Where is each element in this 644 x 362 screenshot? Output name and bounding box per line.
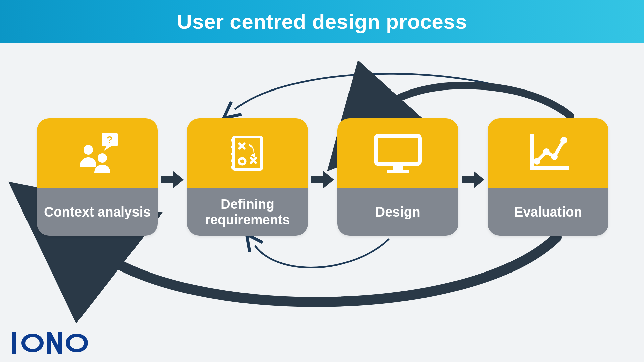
svg-point-12 — [560, 137, 567, 144]
svg-point-10 — [543, 148, 550, 155]
step-context-analysis: ? Context analysis — [37, 118, 158, 236]
forward-arrow-2 — [311, 171, 334, 188]
svg-rect-8 — [387, 170, 409, 173]
people-question-icon: ? — [75, 133, 119, 173]
arrow-design-to-requirements — [255, 239, 389, 267]
step-label: Context analysis — [44, 204, 151, 220]
svg-rect-6 — [376, 136, 420, 164]
forward-arrow-3 — [462, 171, 484, 188]
svg-point-9 — [534, 158, 540, 165]
svg-text:?: ? — [107, 134, 113, 145]
arrow-eval-to-requirements — [235, 74, 570, 113]
svg-point-3 — [98, 153, 107, 163]
page-title: User centred design process — [177, 10, 467, 34]
step-label-area: Defining requirements — [187, 188, 308, 236]
svg-rect-13 — [12, 332, 16, 354]
step-label-area: Evaluation — [488, 188, 608, 236]
svg-point-2 — [84, 145, 93, 155]
brand-logo: IONOS — [12, 330, 89, 356]
monitor-icon — [373, 133, 423, 173]
step-evaluation: Evaluation — [488, 118, 608, 236]
step-design: Design — [337, 118, 458, 236]
step-label: Defining requirements — [193, 196, 302, 227]
arrow-eval-to-context — [97, 237, 557, 302]
diagram-stage: ? Context analysis — [0, 43, 644, 362]
svg-rect-4 — [233, 137, 262, 169]
analytics-chart-icon — [526, 133, 570, 173]
forward-arrow-1 — [161, 171, 184, 188]
strategy-board-icon — [227, 133, 268, 173]
svg-rect-7 — [393, 165, 403, 170]
step-label: Design — [375, 204, 420, 220]
step-label-area: Context analysis — [37, 188, 158, 236]
svg-point-5 — [239, 158, 245, 164]
step-defining-requirements: Defining requirements — [187, 118, 308, 236]
arrow-eval-to-design — [382, 85, 570, 116]
step-icon-area: ? — [37, 118, 158, 188]
step-label-area: Design — [337, 188, 458, 236]
page-header: User centred design process — [0, 0, 644, 43]
step-label: Evaluation — [514, 204, 582, 220]
step-icon-area — [488, 118, 608, 188]
step-icon-area — [337, 118, 458, 188]
step-icon-area — [187, 118, 308, 188]
svg-point-11 — [551, 153, 558, 160]
